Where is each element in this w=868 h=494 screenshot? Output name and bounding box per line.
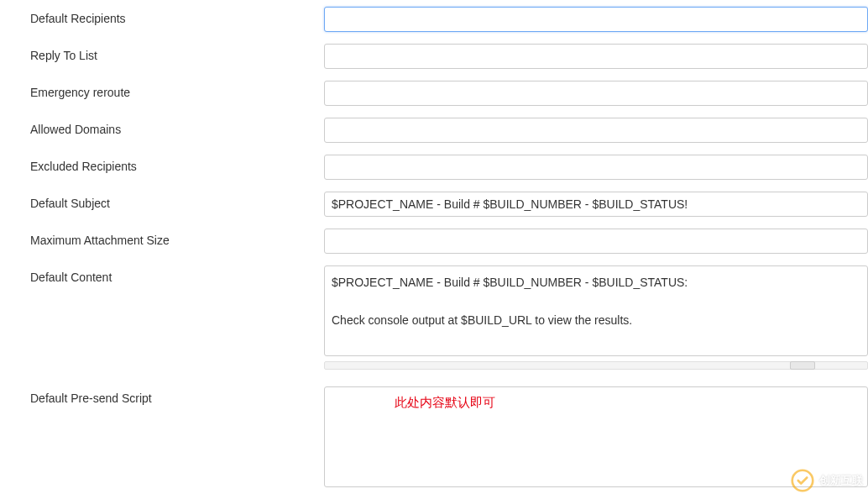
row-default-subject: Default Subject bbox=[30, 192, 868, 217]
input-emergency-reroute[interactable] bbox=[324, 81, 868, 106]
label-emergency-reroute: Emergency reroute bbox=[30, 81, 324, 99]
row-allowed-domains: Allowed Domains bbox=[30, 118, 868, 143]
resize-track[interactable] bbox=[324, 361, 868, 370]
resize-thumb[interactable] bbox=[790, 361, 815, 370]
label-default-recipients: Default Recipients bbox=[30, 7, 324, 25]
input-excluded-recipients[interactable] bbox=[324, 155, 868, 180]
input-default-recipients[interactable] bbox=[324, 7, 868, 32]
input-max-attachment-size[interactable] bbox=[324, 229, 868, 254]
watermark-logo-icon bbox=[791, 469, 814, 492]
row-default-content: Default Content bbox=[30, 265, 868, 375]
label-max-attachment-size: Maximum Attachment Size bbox=[30, 229, 324, 247]
label-default-content: Default Content bbox=[30, 265, 324, 284]
input-default-subject[interactable] bbox=[324, 192, 868, 217]
label-default-subject: Default Subject bbox=[30, 192, 324, 210]
label-excluded-recipients: Excluded Recipients bbox=[30, 155, 324, 173]
row-emergency-reroute: Emergency reroute bbox=[30, 81, 868, 106]
row-default-presend-script: Default Pre-send Script bbox=[30, 386, 868, 490]
input-reply-to-list[interactable] bbox=[324, 44, 868, 69]
row-excluded-recipients: Excluded Recipients bbox=[30, 155, 868, 180]
email-settings-form: Default Recipients Reply To List Emergen… bbox=[0, 0, 868, 490]
watermark-label: 创新互联 bbox=[819, 473, 863, 488]
watermark: 创新互联 bbox=[786, 465, 868, 494]
row-reply-to-list: Reply To List bbox=[30, 44, 868, 69]
row-max-attachment-size: Maximum Attachment Size bbox=[30, 229, 868, 254]
textarea-default-content[interactable] bbox=[324, 265, 868, 356]
row-default-recipients: Default Recipients bbox=[30, 7, 868, 32]
input-allowed-domains[interactable] bbox=[324, 118, 868, 143]
label-reply-to-list: Reply To List bbox=[30, 44, 324, 62]
label-allowed-domains: Allowed Domains bbox=[30, 118, 324, 136]
label-default-presend-script: Default Pre-send Script bbox=[30, 386, 324, 405]
